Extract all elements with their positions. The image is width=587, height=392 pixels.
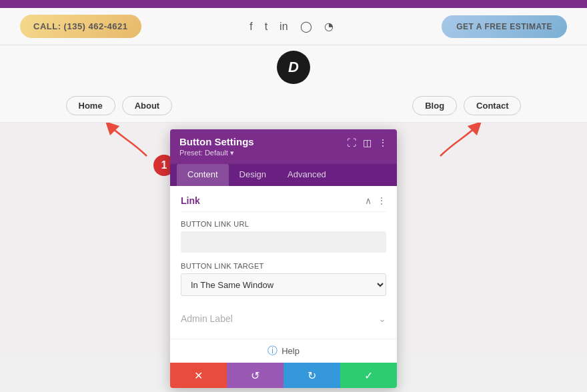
- header: CALL: (135) 462-4621 f t in ◯ ◔ GET A FR…: [0, 8, 587, 45]
- split-icon[interactable]: ◫: [363, 137, 372, 148]
- linkedin-icon[interactable]: in: [279, 21, 287, 33]
- tab-design[interactable]: Design: [229, 164, 277, 186]
- confirm-icon: ✓: [364, 369, 373, 382]
- section-header-icons: ∧ ⋮: [365, 195, 386, 206]
- tab-content[interactable]: Content: [177, 164, 229, 186]
- nav-bar: Home About Blog Contact: [0, 89, 587, 123]
- settings-panel: Button Settings Preset: Default ▾ ⛶ ◫ ⋮ …: [170, 129, 397, 388]
- nav-home[interactable]: Home: [66, 96, 115, 115]
- panel-header-icons: ⛶ ◫ ⋮: [347, 137, 388, 148]
- nav-about[interactable]: About: [122, 96, 173, 115]
- twitter-icon[interactable]: t: [265, 21, 267, 33]
- confirm-button[interactable]: ✓: [340, 363, 397, 388]
- cancel-button[interactable]: ✕: [170, 363, 227, 388]
- undo-icon: ↺: [251, 369, 259, 382]
- panel-title-area: Button Settings Preset: Default ▾: [179, 136, 254, 157]
- undo-button[interactable]: ↺: [227, 363, 283, 388]
- logo-row: D: [0, 45, 587, 89]
- facebook-icon[interactable]: f: [249, 21, 252, 33]
- help-row: ⓘ Help: [170, 339, 397, 363]
- top-bar: [0, 0, 587, 8]
- help-text[interactable]: Help: [281, 346, 300, 356]
- link-section-header: Link ∧ ⋮: [181, 195, 386, 212]
- more-icon[interactable]: ⋮: [378, 137, 388, 148]
- main-content: 1 Button Settings Preset: Default ▾ ⛶ ◫ …: [0, 123, 587, 356]
- panel-tabs: Content Design Advanced: [170, 164, 397, 186]
- section-more-icon[interactable]: ⋮: [377, 195, 386, 206]
- redo-button[interactable]: ↻: [283, 363, 340, 388]
- tab-advanced[interactable]: Advanced: [277, 164, 337, 186]
- nav-blog[interactable]: Blog: [412, 96, 457, 115]
- panel-title: Button Settings: [179, 136, 254, 147]
- dribbble-icon[interactable]: ◔: [324, 20, 334, 33]
- instagram-icon[interactable]: ◯: [300, 20, 312, 33]
- help-icon: ⓘ: [267, 345, 277, 357]
- nav-contact[interactable]: Contact: [464, 96, 521, 115]
- url-label: Button Link URL: [181, 220, 386, 228]
- admin-label-title: Admin Label: [181, 313, 233, 324]
- target-label: Button Link Target: [181, 262, 386, 270]
- fullscreen-icon[interactable]: ⛶: [347, 137, 356, 148]
- panel-body: Link ∧ ⋮ Button Link URL Button Link Tar…: [170, 186, 397, 339]
- redo-icon: ↻: [308, 369, 316, 382]
- collapse-icon[interactable]: ∧: [365, 195, 372, 206]
- admin-chevron-icon[interactable]: ⌄: [378, 313, 386, 324]
- panel-footer: ✕ ↺ ↻ ✓: [170, 363, 397, 388]
- call-button[interactable]: CALL: (135) 462-4621: [20, 15, 141, 38]
- target-select[interactable]: In The Same Window In A New Tab: [181, 273, 386, 296]
- panel-header: Button Settings Preset: Default ▾ ⛶ ◫ ⋮: [170, 129, 397, 164]
- get-estimate-button[interactable]: GET A FREE ESTIMATE: [442, 15, 567, 38]
- panel-preset[interactable]: Preset: Default ▾: [179, 149, 254, 157]
- url-input[interactable]: [181, 231, 386, 253]
- logo: D: [277, 51, 310, 84]
- arrow-right: [420, 123, 487, 163]
- admin-section-header: Admin Label ⌄: [181, 308, 386, 329]
- link-section-title: Link: [181, 195, 200, 206]
- admin-section: Admin Label ⌄: [181, 308, 386, 329]
- cancel-icon: ✕: [194, 369, 203, 382]
- social-icons: f t in ◯ ◔: [249, 20, 333, 33]
